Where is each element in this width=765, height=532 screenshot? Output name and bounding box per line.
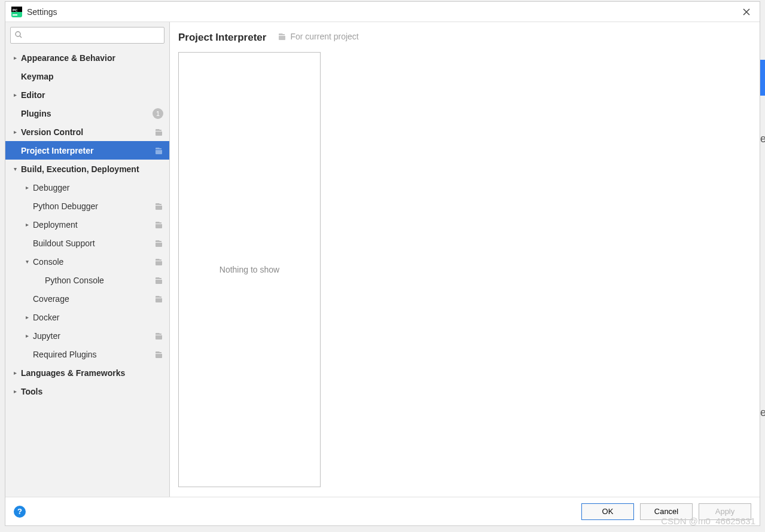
sidebar-item-label: Python Debugger [33,201,154,211]
help-icon: ? [17,507,22,516]
sidebar-item-version-control[interactable]: ▸Version Control [5,123,169,141]
scope-label: For current project [290,32,358,41]
dialog-body: ▸Appearance & Behavior▸Keymap▸Editor▸Plu… [5,22,760,497]
chevron-right-icon: ▸ [9,91,21,98]
project-scope-icon [154,127,163,137]
search-field-container [10,27,164,44]
search-wrap [5,26,169,48]
sidebar-item-label: Build, Execution, Deployment [21,164,169,174]
sidebar-item-label: Tools [21,387,169,396]
cancel-button[interactable]: Cancel [640,503,693,520]
project-scope-icon [154,146,163,155]
sidebar-item-label: Version Control [21,127,154,137]
bg-letter: e [760,406,765,419]
sidebar-item-label: Editor [21,90,169,100]
chevron-right-icon: ▸ [21,184,33,191]
sidebar-item-label: Coverage [33,294,154,304]
app-icon: PC [11,7,22,17]
sidebar-item-plugins[interactable]: ▸Plugins1 [5,104,169,123]
close-button[interactable] [739,5,754,19]
sidebar-item-debugger[interactable]: ▸Debugger [5,178,169,197]
titlebar: PC Settings [5,2,760,22]
svg-line-5 [20,36,22,38]
close-icon [742,8,751,16]
settings-sidebar: ▸Appearance & Behavior▸Keymap▸Editor▸Plu… [5,22,170,497]
sidebar-item-docker[interactable]: ▸Docker [5,308,169,326]
svg-text:PC: PC [13,8,18,12]
badge-count: 1 [153,108,163,119]
main-panel: Project Interpreter For current project … [170,22,760,497]
sidebar-item-label: Console [33,257,154,267]
sidebar-item-deployment[interactable]: ▸Deployment [5,215,169,234]
chevron-down-icon: ▾ [9,166,21,172]
chevron-right-icon: ▸ [21,332,33,339]
chevron-right-icon: ▸ [9,369,21,376]
interpreter-content-box: Nothing to show [178,52,321,487]
sidebar-item-label: Keymap [21,72,169,81]
page-title: Project Interpreter [178,32,266,44]
chevron-right-icon: ▸ [21,314,33,320]
sidebar-item-label: Debugger [33,183,169,192]
sidebar-item-console[interactable]: ▾Console [5,252,169,271]
project-scope-icon [154,276,163,285]
sidebar-item-python-debugger[interactable]: ▸Python Debugger [5,197,169,215]
sidebar-item-tools[interactable]: ▸Tools [5,382,169,400]
sidebar-item-keymap[interactable]: ▸Keymap [5,67,169,85]
help-button[interactable]: ? [14,506,26,518]
sidebar-item-label: Languages & Frameworks [21,368,169,378]
project-scope-icon [154,350,163,359]
settings-tree: ▸Appearance & Behavior▸Keymap▸Editor▸Plu… [5,48,169,497]
scope-indicator: For current project [277,32,358,41]
sidebar-item-appearance-behavior[interactable]: ▸Appearance & Behavior [5,48,169,67]
sidebar-item-buildout-support[interactable]: ▸Buildout Support [5,234,169,252]
sidebar-item-label: Appearance & Behavior [21,53,169,63]
project-scope-icon [154,201,163,211]
sidebar-item-project-interpreter[interactable]: ▸Project Interpreter [5,141,169,160]
sidebar-item-build-execution-deployment[interactable]: ▾Build, Execution, Deployment [5,160,169,178]
sidebar-item-editor[interactable]: ▸Editor [5,85,169,104]
chevron-right-icon: ▸ [21,221,33,228]
sidebar-item-label: Jupyter [33,331,154,341]
chevron-right-icon: ▸ [9,388,21,395]
project-scope-icon [154,239,163,248]
main-header: Project Interpreter For current project [178,32,750,44]
apply-button[interactable]: Apply [699,503,751,520]
project-scope-icon [154,220,163,230]
chevron-right-icon: ▸ [9,54,21,61]
bg-letter: e [760,133,765,145]
ok-button[interactable]: OK [581,503,634,520]
project-scope-icon [154,331,163,341]
window-title: Settings [27,7,57,17]
sidebar-item-label: Required Plugins [33,350,154,359]
sidebar-item-jupyter[interactable]: ▸Jupyter [5,326,169,345]
sidebar-item-label: Docker [33,313,169,322]
chevron-down-icon: ▾ [21,258,33,265]
sidebar-item-label: Python Console [45,276,154,285]
sidebar-item-languages-frameworks[interactable]: ▸Languages & Frameworks [5,363,169,382]
svg-point-4 [16,32,20,36]
svg-rect-3 [13,14,17,16]
chevron-right-icon: ▸ [9,129,21,135]
sidebar-item-label: Deployment [33,220,154,230]
sidebar-item-python-console[interactable]: ▸Python Console [5,271,169,289]
project-scope-icon [154,294,163,304]
sidebar-item-coverage[interactable]: ▸Coverage [5,289,169,308]
search-input[interactable] [23,31,164,40]
search-icon [14,30,23,41]
sidebar-item-label: Plugins [21,109,153,118]
dialog-footer: ? OK Cancel Apply [5,497,760,525]
settings-dialog: PC Settings [5,1,760,526]
sidebar-item-label: Project Interpreter [21,146,154,155]
sidebar-item-label: Buildout Support [33,239,154,248]
sidebar-item-required-plugins[interactable]: ▸Required Plugins [5,345,169,363]
empty-text: Nothing to show [220,265,279,274]
project-scope-icon [154,257,163,267]
project-scope-icon [277,32,287,41]
